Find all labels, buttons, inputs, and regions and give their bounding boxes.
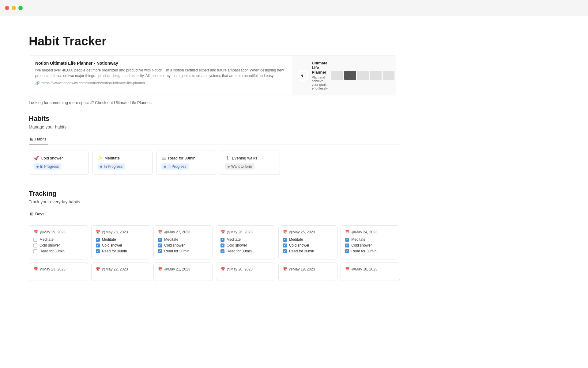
days-tab-bar: ⊞ Days	[29, 209, 400, 219]
habit-card[interactable]: ✨MeditateIn Progress	[92, 151, 153, 175]
date-text: @May 23, 2023	[40, 267, 66, 271]
checkbox[interactable]	[283, 249, 287, 253]
day-item[interactable]: Meditate	[221, 237, 271, 242]
habit-status-badge: Want to form	[225, 163, 254, 170]
checkbox[interactable]	[283, 243, 287, 247]
day-card-partial[interactable]: 📅@May 23, 2023	[29, 263, 88, 281]
day-card[interactable]: 📅@May 26, 2023MeditateCold showerRead fo…	[216, 225, 275, 259]
day-item[interactable]: Meditate	[96, 237, 146, 242]
checkbox[interactable]	[345, 249, 349, 253]
tracking-title: Tracking	[29, 190, 400, 197]
date-text: @May 25, 2023	[289, 230, 315, 234]
habit-card[interactable]: 📖Read for 30minIn Progress	[156, 151, 216, 175]
day-card[interactable]: 📅@May 24, 2023MeditateCold showerRead fo…	[341, 225, 400, 259]
habits-title: Habits	[29, 115, 400, 123]
page-title: Habit Tracker	[29, 34, 400, 48]
day-item[interactable]: Cold shower	[33, 243, 84, 247]
embed-card[interactable]: Notion Ultimate Life Planner - Notionway…	[29, 56, 396, 95]
titlebar	[0, 0, 588, 16]
calendar-icon: 📅	[221, 230, 225, 234]
day-card-partial[interactable]: 📅@May 18, 2023	[341, 263, 400, 281]
date-text: @May 22, 2023	[102, 267, 128, 271]
checkbox[interactable]	[221, 238, 224, 242]
day-card-partial[interactable]: 📅@May 22, 2023	[91, 263, 151, 281]
day-item[interactable]: Read for 30min	[345, 249, 395, 253]
day-card[interactable]: 📅@May 29, 2023MeditateCold showerRead fo…	[29, 225, 88, 259]
day-item[interactable]: Cold shower	[158, 243, 208, 247]
status-dot	[100, 166, 102, 168]
habit-name: Read for 30min	[168, 156, 195, 160]
checkbox[interactable]	[158, 243, 162, 247]
day-item[interactable]: Cold shower	[345, 243, 395, 247]
checkbox[interactable]	[158, 249, 162, 253]
habit-status-badge: In Progress	[161, 163, 189, 170]
day-card-date: 📅@May 24, 2023	[345, 230, 395, 234]
checkbox[interactable]	[33, 238, 37, 242]
days-grid-row2: 📅@May 23, 2023📅@May 22, 2023📅@May 21, 20…	[29, 263, 400, 281]
tab-habits[interactable]: ⊞ Habits	[29, 134, 48, 144]
date-text: @May 27, 2023	[164, 230, 190, 234]
calendar-icon: 📅	[96, 267, 100, 271]
main-content: Habit Tracker Notion Ultimate Life Plann…	[0, 16, 429, 312]
day-item[interactable]: Read for 30min	[158, 249, 208, 253]
item-label: Read for 30min	[164, 249, 189, 253]
day-item[interactable]: Meditate	[158, 237, 208, 242]
day-item[interactable]: Read for 30min	[221, 249, 271, 253]
day-card-date: 📅@May 25, 2023	[283, 230, 333, 234]
checkbox[interactable]	[96, 238, 100, 242]
day-item[interactable]: Meditate	[345, 237, 395, 242]
calendar-icon: 📅	[345, 230, 350, 234]
day-item[interactable]: Cold shower	[96, 243, 146, 247]
item-label: Cold shower	[40, 243, 60, 247]
habits-section: Habits Manage your habits. ⊞ Habits 🚀Col…	[29, 115, 400, 175]
day-card-partial[interactable]: 📅@May 21, 2023	[153, 263, 213, 281]
day-card-date: 📅@May 19, 2023	[283, 267, 333, 271]
day-item[interactable]: Read for 30min	[96, 249, 146, 253]
habit-card[interactable]: 🚶Evening walksWant to form	[220, 151, 280, 175]
day-card[interactable]: 📅@May 25, 2023MeditateCold showerRead fo…	[278, 225, 338, 259]
day-card-partial[interactable]: 📅@May 19, 2023	[278, 263, 338, 281]
checkbox[interactable]	[221, 249, 224, 253]
date-text: @May 19, 2023	[289, 267, 315, 271]
item-label: Cold shower	[164, 243, 185, 247]
embed-description: I've helped over 40,000 people get more …	[35, 67, 286, 79]
habits-subtitle: Manage your habits.	[29, 125, 400, 129]
day-card-date: 📅@May 28, 2023	[96, 230, 146, 234]
habit-card[interactable]: 🚀Cold showerIn Progress	[29, 151, 89, 175]
day-item[interactable]: Meditate	[283, 237, 333, 242]
day-item[interactable]: Read for 30min	[33, 249, 84, 253]
item-label: Meditate	[351, 237, 365, 242]
checkbox[interactable]	[33, 243, 37, 247]
checkbox[interactable]	[345, 238, 349, 242]
day-card-partial[interactable]: 📅@May 20, 2023	[216, 263, 275, 281]
tab-days[interactable]: ⊞ Days	[29, 209, 46, 219]
checkbox[interactable]	[96, 243, 100, 247]
checkbox[interactable]	[221, 243, 224, 247]
checkbox[interactable]	[33, 249, 37, 253]
checkbox[interactable]	[283, 238, 287, 242]
calendar-icon: 📅	[283, 230, 288, 234]
close-button[interactable]	[5, 6, 9, 10]
item-label: Meditate	[164, 237, 178, 242]
day-item[interactable]: Meditate	[33, 237, 84, 242]
day-item[interactable]: Read for 30min	[283, 249, 333, 253]
day-card[interactable]: 📅@May 28, 2023MeditateCold showerRead fo…	[91, 225, 151, 259]
status-label: In Progress	[168, 164, 186, 169]
checkbox[interactable]	[96, 249, 100, 253]
embed-text-area: Notion Ultimate Life Planner - Notionway…	[29, 56, 292, 95]
date-text: @May 26, 2023	[227, 230, 253, 234]
day-item[interactable]: Cold shower	[283, 243, 333, 247]
checkbox[interactable]	[345, 243, 349, 247]
checkbox[interactable]	[158, 238, 162, 242]
minimize-button[interactable]	[12, 6, 16, 10]
calendar-icon: 📅	[33, 230, 38, 234]
screenshot-5	[383, 71, 394, 80]
calendar-icon: 📅	[158, 267, 163, 271]
tracking-section: Tracking Track your everyday habits. ⊞ D…	[29, 190, 400, 281]
day-card-date: 📅@May 21, 2023	[158, 267, 208, 271]
item-label: Read for 30min	[40, 249, 65, 253]
day-item[interactable]: Cold shower	[221, 243, 271, 247]
item-label: Cold shower	[227, 243, 247, 247]
day-card[interactable]: 📅@May 27, 2023MeditateCold showerRead fo…	[153, 225, 213, 259]
maximize-button[interactable]	[18, 6, 23, 10]
